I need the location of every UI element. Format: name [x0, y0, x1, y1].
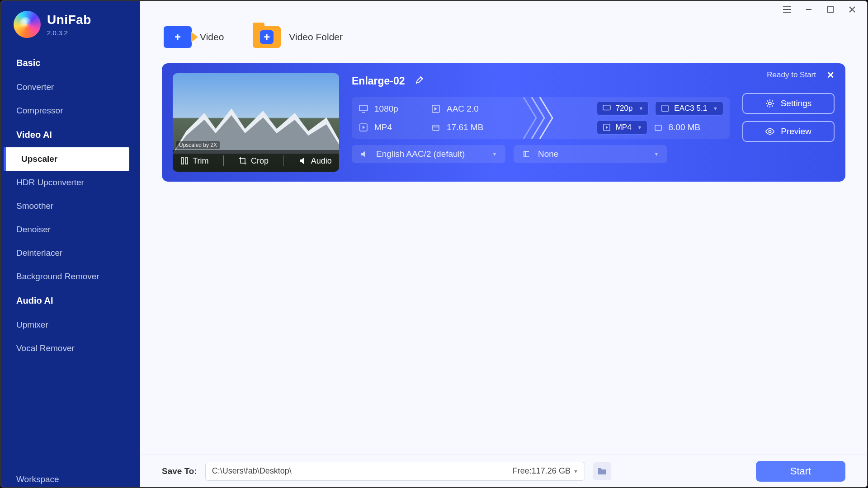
trim-button[interactable]: Trim	[180, 156, 208, 166]
chevron-down-icon: ▼	[638, 106, 643, 111]
svg-rect-3	[181, 158, 184, 164]
subtitle-icon	[522, 150, 531, 159]
file-size-icon	[431, 123, 440, 132]
card-status-row: Ready to Start ✕	[767, 70, 835, 80]
speaker-icon	[360, 150, 369, 159]
save-path-value: C:\Users\fab\Desktop\	[212, 466, 292, 476]
preview-button[interactable]: Preview	[742, 121, 835, 142]
file-title: Enlarge-02	[352, 75, 405, 87]
folder-plus-icon: +	[253, 26, 281, 48]
output-audio-select[interactable]: EAC3 5.1 ▼	[655, 101, 723, 116]
audio-codec-icon	[660, 104, 670, 113]
maximize-icon[interactable]	[826, 5, 835, 14]
chevron-down-icon: ▼	[573, 469, 578, 474]
sidebar-item-converter[interactable]: Converter	[1, 75, 140, 99]
svg-rect-5	[359, 105, 368, 111]
browse-folder-button[interactable]	[593, 462, 611, 480]
sidebar-section-basic: Basic	[1, 51, 140, 75]
card-middle: Enlarge-02 1080p AAC 2.0	[352, 73, 730, 163]
input-resolution: 1080p	[359, 104, 431, 114]
start-button[interactable]: Start	[756, 461, 845, 482]
app-window: UniFab 2.0.3.2 Basic Converter Compresso…	[0, 0, 868, 488]
sidebar-item-smoother[interactable]: Smoother	[1, 194, 140, 218]
svg-rect-10	[662, 105, 668, 112]
sidebar: UniFab 2.0.3.2 Basic Converter Compresso…	[1, 1, 140, 487]
content: Ready to Start ✕ Upscaled by 2X	[140, 63, 867, 455]
menu-icon[interactable]	[782, 5, 792, 14]
format-info-row: 1080p AAC 2.0 MP4 17.6	[352, 97, 730, 139]
sidebar-item-vocal-remover[interactable]: Vocal Remover	[1, 337, 140, 360]
save-to-label: Save To:	[162, 466, 197, 476]
svg-point-14	[769, 130, 771, 132]
close-window-icon[interactable]	[847, 5, 857, 14]
speaker-icon	[298, 156, 307, 165]
output-stack: 720p ▼ EAC3 5.1 ▼	[597, 101, 723, 135]
sidebar-item-workspace[interactable]: Workspace	[1, 468, 140, 487]
svg-rect-4	[185, 158, 188, 164]
monitor-icon	[359, 104, 368, 113]
chevron-down-icon: ▼	[637, 125, 642, 130]
crop-icon	[238, 156, 247, 165]
output-resolution-select[interactable]: 720p ▼	[597, 101, 649, 116]
top-actions: + Video + Video Folder	[140, 18, 867, 63]
minimize-icon[interactable]	[804, 5, 814, 14]
sidebar-item-upmixer[interactable]: Upmixer	[1, 313, 140, 337]
input-container: MP4	[359, 122, 431, 132]
video-plus-icon: +	[164, 26, 192, 48]
settings-button[interactable]: Settings	[742, 93, 835, 114]
footer: Save To: C:\Users\fab\Desktop\ Free:117.…	[140, 455, 867, 487]
sidebar-item-denoiser[interactable]: Denoiser	[1, 218, 140, 241]
input-audio: AAC 2.0	[431, 104, 508, 114]
svg-rect-0	[828, 7, 833, 12]
main-area: + Video + Video Folder Ready to Start ✕	[140, 1, 867, 487]
output-size: 8.00 MB	[654, 122, 700, 132]
thumb-toolbar: Trim Crop Audio	[173, 150, 339, 172]
trim-icon	[180, 156, 189, 165]
save-path-input[interactable]: C:\Users\fab\Desktop\ Free:117.26 GB ▼	[205, 462, 585, 481]
card-actions: Settings Preview	[742, 73, 835, 142]
svg-rect-9	[603, 105, 610, 110]
audio-track-select[interactable]: English AAC/2 (default) ▼	[352, 145, 505, 163]
monitor-icon	[602, 104, 611, 113]
play-file-icon	[602, 123, 611, 132]
svg-point-13	[769, 102, 771, 105]
add-video-folder-button[interactable]: + Video Folder	[253, 26, 343, 48]
sidebar-item-compressor[interactable]: Compressor	[1, 99, 140, 122]
app-logo-icon	[14, 11, 41, 38]
sidebar-item-background-remover[interactable]: Background Remover	[1, 265, 140, 288]
play-file-icon	[359, 123, 368, 132]
status-text: Ready to Start	[767, 70, 816, 80]
close-icon[interactable]: ✕	[827, 70, 835, 80]
upscaled-tag: Upscaled by 2X	[176, 141, 220, 149]
gear-icon	[765, 99, 774, 108]
crop-button[interactable]: Crop	[238, 156, 269, 166]
output-container-select[interactable]: MP4 ▼	[597, 120, 648, 135]
audio-subtitle-row: English AAC/2 (default) ▼ None ▼	[352, 145, 730, 163]
sidebar-item-upscaler[interactable]: Upscaler	[4, 147, 129, 171]
sidebar-section-video-ai: Video AI	[1, 122, 140, 147]
edit-icon[interactable]	[415, 75, 424, 87]
chevron-down-icon: ▼	[713, 106, 718, 111]
subtitle-select[interactable]: None ▼	[514, 145, 667, 163]
app-name: UniFab	[47, 13, 91, 27]
add-folder-label: Video Folder	[289, 32, 343, 42]
sidebar-item-hdr-upconverter[interactable]: HDR Upconverter	[1, 171, 140, 194]
sidebar-section-audio-ai: Audio AI	[1, 288, 140, 313]
chevron-down-icon: ▼	[654, 151, 659, 157]
eye-icon	[765, 127, 774, 136]
file-size-icon	[654, 123, 663, 132]
svg-rect-8	[433, 125, 439, 131]
file-title-row: Enlarge-02	[352, 75, 730, 87]
audio-button[interactable]: Audio	[298, 156, 332, 166]
titlebar	[140, 1, 867, 18]
svg-rect-12	[655, 125, 661, 131]
add-video-label: Video	[200, 32, 224, 42]
logo-block: UniFab 2.0.3.2	[1, 11, 140, 51]
add-video-button[interactable]: + Video	[164, 26, 224, 48]
video-thumbnail[interactable]: Upscaled by 2X Trim Crop	[173, 73, 339, 172]
arrow-icon	[522, 97, 553, 139]
app-version: 2.0.3.2	[47, 29, 91, 37]
sidebar-item-deinterlacer[interactable]: Deinterlacer	[1, 241, 140, 265]
task-card: Ready to Start ✕ Upscaled by 2X	[162, 63, 845, 182]
folder-icon	[597, 467, 607, 475]
